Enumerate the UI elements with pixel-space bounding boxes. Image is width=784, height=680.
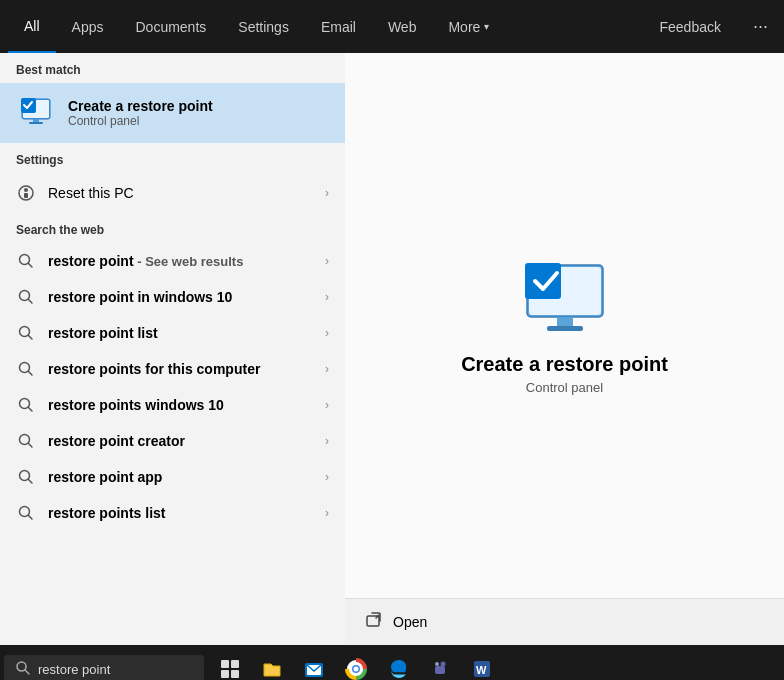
search-text-4: restore points windows 10 [48,397,325,413]
search-text-1: restore point in windows 10 [48,289,325,305]
best-match-text: Create a restore point Control panel [68,98,329,128]
search-text-2: restore point list [48,325,325,341]
main-layout: Best match Create a restore point [0,53,784,645]
tab-web[interactable]: Web [372,0,433,53]
best-match-subtitle: Control panel [68,114,329,128]
svg-rect-4 [29,122,43,124]
search-text-0: restore point - See web results [48,253,325,269]
search-item-4[interactable]: restore points windows 10 › [0,387,345,423]
svg-line-17 [29,408,33,412]
svg-line-13 [29,336,33,340]
search-text-5: restore point creator [48,433,325,449]
svg-line-19 [29,444,33,448]
chevron-right-icon-1: › [325,290,329,304]
search-text-3: restore points for this computer [48,361,325,377]
svg-point-40 [354,667,359,672]
search-text-7: restore points list [48,505,325,521]
chevron-right-icon-2: › [325,326,329,340]
search-item-3[interactable]: restore points for this computer › [0,351,345,387]
svg-rect-7 [24,193,28,198]
best-match-label: Best match [0,53,345,83]
nav-tabs: All Apps Documents Settings Email Web Mo… [8,0,652,53]
svg-rect-41 [435,666,445,674]
edge-button[interactable] [378,649,418,680]
right-app-subtitle: Control panel [526,380,603,395]
chevron-right-icon-6: › [325,470,329,484]
file-explorer-button[interactable] [252,649,292,680]
best-match-title: Create a restore point [68,98,329,114]
search-item-5[interactable]: restore point creator › [0,423,345,459]
search-icon-0 [16,251,36,271]
chevron-right-icon-3: › [325,362,329,376]
search-item-7[interactable]: restore points list › [0,495,345,531]
search-icon-2 [16,323,36,343]
search-icon-3 [16,359,36,379]
open-icon [365,611,383,633]
chevron-right-icon-7: › [325,506,329,520]
outlook-button[interactable] [294,649,334,680]
tab-settings[interactable]: Settings [222,0,305,53]
tab-more[interactable]: More ▾ [432,0,505,53]
svg-rect-34 [221,670,229,678]
svg-rect-33 [231,660,239,668]
settings-label: Settings [0,143,345,173]
open-label: Open [393,614,427,630]
tab-apps[interactable]: Apps [56,0,120,53]
chevron-right-icon: › [325,186,329,200]
search-item-2[interactable]: restore point list › [0,315,345,351]
chrome-button[interactable] [336,649,376,680]
taskbar-search-text: restore point [38,662,110,677]
reset-pc-icon [16,183,36,203]
search-icon-1 [16,287,36,307]
search-text-6: restore point app [48,469,325,485]
svg-rect-32 [221,660,229,668]
svg-rect-26 [557,317,573,327]
right-panel: Create a restore point Control panel Ope… [345,53,784,645]
open-button[interactable]: Open [345,599,784,645]
svg-text:W: W [476,664,487,676]
tab-all[interactable]: All [8,0,56,53]
task-view-button[interactable] [210,649,250,680]
svg-rect-35 [231,670,239,678]
settings-reset-pc[interactable]: Reset this PC › [0,173,345,213]
search-icon-7 [16,503,36,523]
svg-point-43 [435,662,439,666]
word-button[interactable]: W [462,649,502,680]
search-item-6[interactable]: restore point app › [0,459,345,495]
search-item-1[interactable]: restore point in windows 10 › [0,279,345,315]
chevron-down-icon: ▾ [484,21,489,32]
reset-pc-label: Reset this PC [48,185,325,201]
teams-button[interactable] [420,649,460,680]
nav-right: Feedback ··· [652,12,777,41]
right-app-title: Create a restore point [461,353,668,376]
svg-line-23 [29,516,33,520]
app-icon-large [517,257,613,337]
top-nav: All Apps Documents Settings Email Web Mo… [0,0,784,53]
taskbar-search[interactable]: restore point [4,655,204,681]
svg-line-21 [29,480,33,484]
svg-line-11 [29,300,33,304]
feedback-button[interactable]: Feedback [652,15,729,39]
svg-line-31 [25,670,29,674]
right-content: Create a restore point Control panel [345,53,784,598]
chevron-right-icon-0: › [325,254,329,268]
svg-rect-28 [525,263,561,299]
svg-line-15 [29,372,33,376]
tab-documents[interactable]: Documents [119,0,222,53]
best-match-item[interactable]: Create a restore point Control panel [0,83,345,143]
search-item-0[interactable]: restore point - See web results › [0,243,345,279]
search-icon-5 [16,431,36,451]
more-options-button[interactable]: ··· [745,12,776,41]
left-panel: Best match Create a restore point [0,53,345,645]
search-icon-4 [16,395,36,415]
chevron-right-icon-5: › [325,434,329,448]
search-web-label: Search the web [0,213,345,243]
taskbar-search-icon [16,661,30,678]
svg-line-9 [29,264,33,268]
tab-email[interactable]: Email [305,0,372,53]
restore-point-icon [16,93,56,133]
chevron-right-icon-4: › [325,398,329,412]
svg-point-42 [441,662,446,667]
search-icon-6 [16,467,36,487]
svg-rect-27 [547,326,583,331]
